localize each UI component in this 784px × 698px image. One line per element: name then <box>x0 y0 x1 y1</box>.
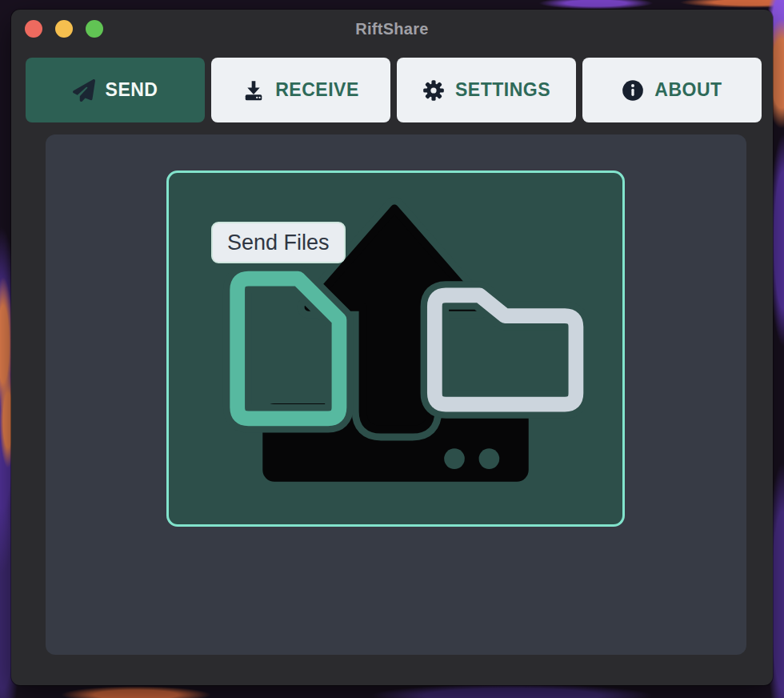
send-content-panel: Send Files <box>46 134 746 655</box>
send-files-label[interactable]: Send Files <box>211 222 346 263</box>
tab-label: ABOUT <box>654 79 722 101</box>
tab-label: RECEIVE <box>275 79 358 101</box>
tab-receive[interactable]: RECEIVE <box>211 58 390 122</box>
desktop-wallpaper: RiftShare SEND RECEIVE <box>0 0 784 698</box>
gear-icon <box>422 79 445 102</box>
info-icon <box>622 79 644 102</box>
window-titlebar[interactable]: RiftShare <box>11 10 773 48</box>
tab-label: SEND <box>106 79 158 101</box>
tab-bar: SEND RECEIVE <box>26 58 762 122</box>
download-icon <box>242 79 265 102</box>
file-icon <box>238 279 339 419</box>
riftshare-window: RiftShare SEND RECEIVE <box>11 10 773 685</box>
tab-label: SETTINGS <box>455 79 550 101</box>
paper-plane-icon <box>73 79 95 102</box>
file-drop-zone[interactable]: Send Files <box>166 170 625 527</box>
tab-send[interactable]: SEND <box>26 58 205 122</box>
window-title: RiftShare <box>11 10 773 48</box>
tab-settings[interactable]: SETTINGS <box>397 58 576 122</box>
tab-about[interactable]: ABOUT <box>582 58 762 122</box>
